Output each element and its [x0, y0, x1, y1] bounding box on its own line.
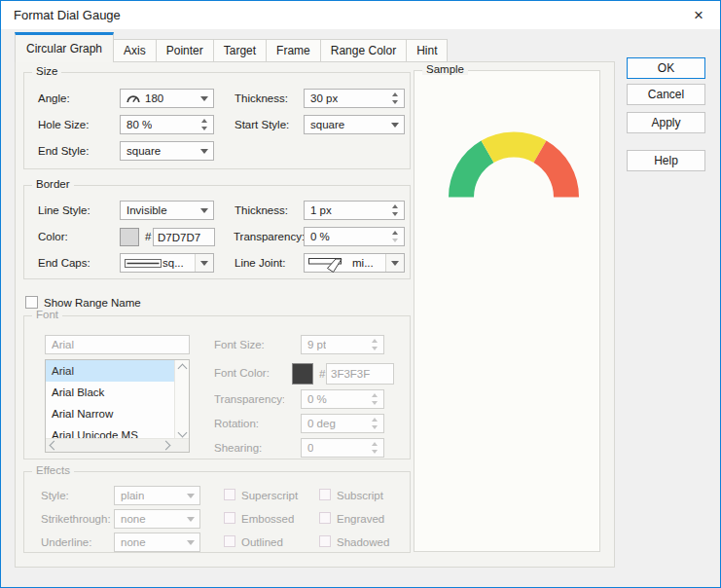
spin-up-button[interactable]: [392, 92, 398, 96]
end-style-dropdown[interactable]: square: [120, 141, 214, 161]
subscript-label: Subscript: [337, 486, 383, 505]
cancel-button[interactable]: Cancel: [627, 84, 705, 105]
window-title: Format Dial Gauge: [14, 1, 121, 29]
tab-range-color[interactable]: Range Color: [321, 39, 407, 62]
superscript-checkbox: [224, 489, 235, 500]
line-style-value: Invisible: [126, 204, 167, 216]
strikethrough-label: Strikethrough:: [41, 509, 113, 529]
spin-up-button[interactable]: [201, 119, 207, 123]
outlined-checkbox: [224, 535, 235, 547]
chevron-down-icon[interactable]: [178, 428, 188, 438]
spin-down-button[interactable]: [392, 212, 398, 216]
line-joint-dropdown[interactable]: mi...: [304, 253, 405, 273]
subscript-checkbox: [319, 489, 331, 500]
chevron-down-icon: [391, 123, 399, 128]
spin-down-button: [372, 450, 378, 454]
hole-size-value: 80 %: [126, 119, 152, 130]
size-thickness-spinner[interactable]: 30 px: [304, 89, 405, 108]
embossed-checkbox: [224, 512, 235, 524]
chevron-down-icon: [187, 517, 195, 522]
tab-circular-graph[interactable]: Circular Graph: [15, 32, 114, 62]
format-dial-gauge-dialog: Format Dial Gauge × Circular Graph Axis …: [0, 0, 721, 588]
engraved-label: Engraved: [337, 509, 384, 529]
size-thickness-label: Thickness:: [234, 89, 288, 108]
size-thickness-value: 30 px: [310, 92, 338, 104]
start-style-dropdown-button[interactable]: [386, 116, 404, 133]
spin-down-button[interactable]: [201, 127, 207, 130]
end-style-label: End Style:: [38, 141, 89, 161]
horizontal-scrollbar[interactable]: [46, 438, 189, 452]
spin-up-button: [372, 418, 378, 422]
spin-down-button[interactable]: [392, 100, 398, 104]
angle-dropdown-button[interactable]: [196, 90, 213, 107]
end-caps-label: End Caps:: [38, 253, 90, 273]
end-caps-value: sq...: [162, 257, 184, 269]
hole-size-label: Hole Size:: [38, 115, 89, 134]
end-caps-dropdown[interactable]: sq...: [120, 253, 214, 273]
font-list-item[interactable]: Arial Black: [46, 382, 176, 403]
tab-frame[interactable]: Frame: [267, 39, 321, 62]
strikethrough-dropdown: none: [114, 509, 200, 529]
angle-dropdown[interactable]: 180: [120, 89, 214, 108]
chevron-left-icon[interactable]: [50, 441, 59, 451]
shearing-spinner: 0: [301, 438, 384, 458]
border-thickness-label: Thickness:: [234, 201, 288, 220]
font-transparency-value: 0 %: [307, 393, 327, 405]
tab-hint[interactable]: Hint: [407, 39, 448, 62]
style-label: Style:: [41, 486, 69, 505]
chevron-down-icon: [391, 261, 399, 266]
line-joint-dropdown-button[interactable]: [385, 254, 404, 272]
font-color-label: Font Color:: [214, 363, 270, 383]
chevron-down-icon: [187, 540, 195, 545]
line-joint-value: mi...: [352, 257, 374, 269]
tab-axis[interactable]: Axis: [114, 39, 157, 62]
underline-dropdown: none: [114, 533, 200, 552]
tab-target[interactable]: Target: [214, 39, 267, 62]
embossed-label: Embossed: [241, 509, 294, 529]
effects-group-title: Effects: [32, 464, 74, 476]
hole-size-spinner[interactable]: 80 %: [120, 115, 214, 134]
shearing-label: Shearing:: [214, 438, 262, 458]
border-color-hex-input[interactable]: [153, 228, 215, 246]
font-list-item[interactable]: Arial: [46, 360, 176, 382]
spin-up-button: [372, 339, 378, 343]
border-color-swatch[interactable]: [120, 228, 139, 246]
border-thickness-spinner[interactable]: 1 px: [304, 201, 405, 220]
start-style-dropdown[interactable]: square: [304, 115, 405, 134]
border-transparency-label: Transparency:: [234, 227, 304, 246]
apply-button[interactable]: Apply: [627, 112, 705, 133]
line-style-dropdown[interactable]: Invisible: [120, 201, 214, 220]
tab-pointer[interactable]: Pointer: [157, 39, 214, 62]
sample-group: Sample: [414, 70, 600, 552]
superscript-label: Superscript: [241, 486, 298, 505]
rotation-label: Rotation:: [214, 414, 259, 433]
font-list[interactable]: Arial Arial Black Arial Narrow Arial Uni…: [45, 359, 190, 453]
end-style-dropdown-button[interactable]: [196, 142, 213, 160]
help-button[interactable]: Help: [627, 150, 705, 171]
font-list-item[interactable]: Arial Narrow: [46, 403, 176, 424]
spin-up-button[interactable]: [392, 204, 398, 208]
effects-group: Effects Style: plain Superscript Subscri…: [23, 471, 411, 553]
close-icon: ×: [694, 6, 703, 25]
rotation-spinner: 0 deg: [301, 414, 384, 433]
ok-button[interactable]: OK: [627, 57, 705, 79]
engraved-checkbox: [319, 512, 331, 524]
chevron-down-icon: [200, 149, 208, 154]
chevron-right-icon[interactable]: [162, 441, 171, 451]
hash-symbol: #: [319, 364, 325, 384]
line-style-label: Line Style:: [38, 201, 90, 220]
chevron-up-icon[interactable]: [178, 364, 188, 374]
show-range-name-checkbox[interactable]: [25, 296, 38, 309]
spin-down-button[interactable]: [392, 239, 398, 242]
sample-group-title: Sample: [422, 63, 468, 75]
close-button[interactable]: ×: [683, 1, 714, 29]
end-caps-dropdown-button[interactable]: [195, 254, 213, 272]
line-style-dropdown-button[interactable]: [196, 202, 213, 219]
border-transparency-spinner[interactable]: 0 %: [304, 227, 405, 246]
vertical-scrollbar[interactable]: [174, 360, 189, 441]
spin-up-button[interactable]: [392, 231, 398, 235]
spin-up-button: [372, 393, 378, 397]
line-joint-label: Line Joint:: [234, 253, 285, 273]
font-group-title: Font: [32, 309, 62, 320]
dial-gauge-sample: [449, 131, 579, 198]
